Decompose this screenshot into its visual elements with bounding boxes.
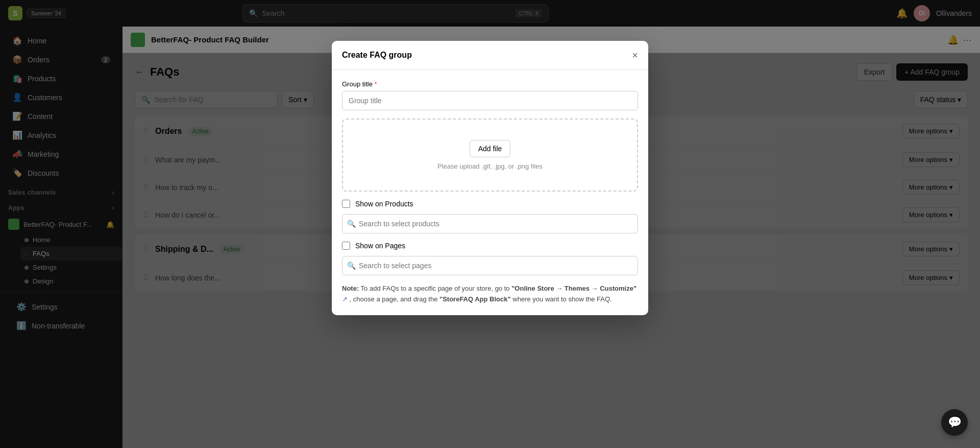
note-prefix: Note: bbox=[342, 285, 359, 292]
upload-hint: Please upload .gif, .jpg, or .png files bbox=[353, 162, 627, 170]
group-title-input[interactable] bbox=[342, 91, 638, 110]
required-indicator: * bbox=[375, 80, 377, 88]
pages-search-wrapper: 🔍 bbox=[342, 256, 638, 275]
note-link-text: "Online Store → Themes → Customize" bbox=[511, 285, 636, 292]
products-search-input[interactable] bbox=[342, 214, 638, 233]
chat-widget[interactable]: 💬 bbox=[941, 409, 968, 436]
show-on-pages-row: Show on Pages bbox=[342, 242, 638, 250]
show-on-pages-label: Show on Pages bbox=[355, 242, 405, 250]
modal-close-button[interactable]: × bbox=[632, 50, 638, 60]
chat-icon: 💬 bbox=[948, 416, 962, 429]
note-bold-text: "StoreFAQ App Block" bbox=[439, 295, 511, 303]
add-file-button[interactable]: Add file bbox=[470, 140, 511, 157]
show-on-products-checkbox[interactable] bbox=[342, 200, 350, 208]
modal-title: Create FAQ group bbox=[342, 51, 412, 60]
note-external-link[interactable]: ↗ bbox=[342, 295, 348, 303]
pages-search-input[interactable] bbox=[342, 256, 638, 275]
create-faq-group-modal: Create FAQ group × Group title * Add fil… bbox=[332, 41, 648, 315]
note-text: To add FAQs to a specific page of your s… bbox=[361, 285, 512, 292]
show-on-pages-checkbox[interactable] bbox=[342, 242, 350, 250]
show-on-products-row: Show on Products bbox=[342, 200, 638, 208]
group-title-label: Group title * bbox=[342, 80, 638, 88]
note-end: where you want to show the FAQ. bbox=[512, 295, 611, 303]
note-box: Note: To add FAQs to a specific page of … bbox=[342, 284, 638, 305]
note-suffix: , choose a page, and drag the bbox=[350, 295, 439, 303]
show-on-products-label: Show on Products bbox=[355, 200, 413, 208]
modal-body: Group title * Add file Please upload .gi… bbox=[332, 70, 648, 315]
modal-overlay: Create FAQ group × Group title * Add fil… bbox=[0, 0, 980, 448]
file-upload-area: Add file Please upload .gif, .jpg, or .p… bbox=[342, 119, 638, 192]
products-search-wrapper: 🔍 bbox=[342, 214, 638, 233]
modal-header: Create FAQ group × bbox=[332, 41, 648, 70]
